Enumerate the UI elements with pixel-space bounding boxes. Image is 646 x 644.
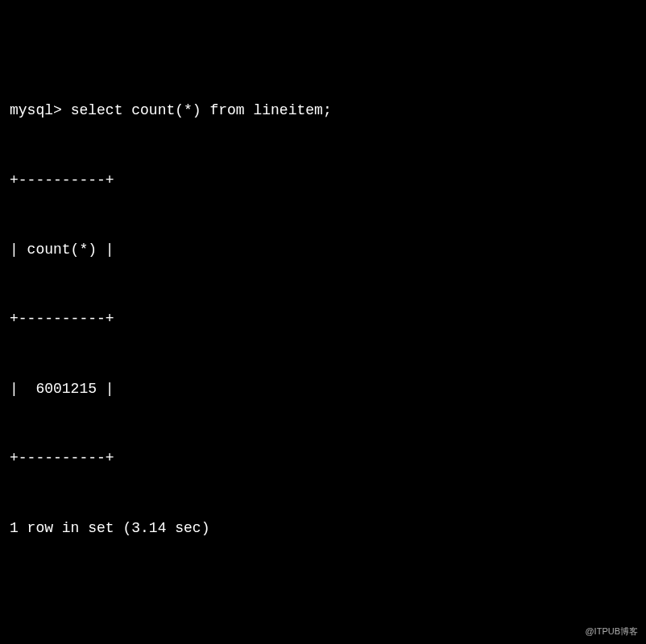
result-border-bottom: +----------+ — [10, 447, 636, 470]
result-border-mid: +----------+ — [10, 308, 636, 331]
sql-statement: select count(*) from lineitem; — [71, 102, 332, 118]
query-line: mysql> select count(*) from lineitem; — [10, 99, 636, 122]
result-status: 1 row in set (3.14 sec) — [10, 517, 636, 540]
query-block-lineitem: mysql> select count(*) from lineitem; +-… — [10, 53, 636, 586]
result-header: | count(*) | — [10, 238, 636, 262]
watermark-text: @ITPUB博客 — [585, 625, 638, 639]
mysql-prompt: mysql> — [10, 102, 71, 118]
result-value-row: | 6001215 | — [10, 378, 636, 401]
result-border-top: +----------+ — [10, 169, 636, 192]
terminal-output: mysql> select count(*) from lineitem; +-… — [10, 6, 636, 644]
